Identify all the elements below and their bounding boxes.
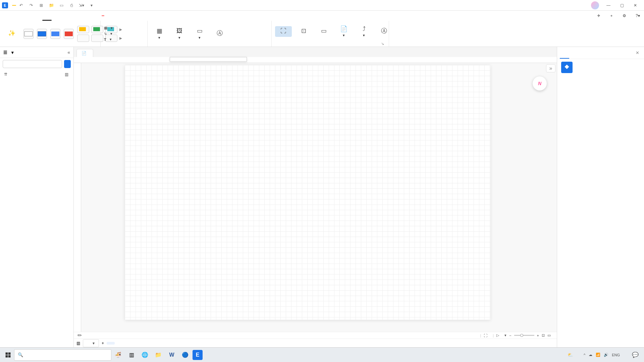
fullscreen-icon[interactable]: ⛶ [484, 334, 487, 338]
pro-badge [12, 5, 16, 6]
taskbar-search[interactable]: 🔍 [14, 349, 111, 361]
eyedropper-icon[interactable]: ✏ [76, 333, 83, 339]
edge-icon[interactable]: 🌐 [139, 349, 151, 361]
font-dropdown[interactable]: T ▾ [104, 37, 113, 42]
taskbar-app-1[interactable]: 🍜 [112, 349, 124, 361]
task-view-icon[interactable]: ▥ [125, 349, 138, 361]
wifi-icon[interactable]: 📶 [596, 353, 600, 357]
language-indicator[interactable]: ENG [612, 353, 620, 357]
publish-button[interactable]: ✈ [593, 11, 606, 21]
one-click-beautify-button[interactable]: ✨ [3, 28, 20, 39]
print-icon[interactable]: ⎙ [68, 2, 75, 9]
hamburger-icon[interactable]: ☰ [3, 50, 7, 55]
svg-rect-4 [79, 27, 86, 31]
shape-style-3[interactable] [50, 29, 60, 39]
bg-picture-button[interactable]: 🖼 ▾ [171, 26, 188, 41]
svg-rect-7 [6, 352, 8, 355]
fit-drawing-button[interactable]: ⊡ [295, 26, 312, 37]
close-button[interactable]: ✕ [629, 0, 642, 11]
word-icon[interactable]: W [166, 349, 178, 361]
page-setup-launcher-icon[interactable]: ↘ [381, 42, 384, 46]
page-tab-1[interactable] [107, 342, 115, 345]
fill-tab[interactable] [560, 47, 569, 59]
edrawmax-taskbar-icon[interactable]: E [193, 350, 203, 360]
minimize-button[interactable]: — [602, 0, 615, 11]
share-button[interactable]: ⚬ [606, 11, 619, 21]
open-icon[interactable]: 📁 [48, 2, 55, 9]
color-dropdown[interactable]: ▦ ▾ [104, 26, 113, 30]
onedrive-icon[interactable]: ☁ [589, 353, 592, 357]
start-button[interactable] [2, 349, 14, 361]
weather-widget[interactable]: ⛅ [564, 352, 580, 357]
search-button[interactable] [64, 60, 71, 68]
shape-style-5[interactable] [77, 26, 89, 33]
maximize-button[interactable]: ▢ [615, 0, 629, 11]
chrome-icon[interactable]: 🔵 [179, 349, 191, 361]
explorer-icon[interactable]: 📁 [152, 349, 164, 361]
volume-icon[interactable]: 🔊 [604, 353, 608, 357]
menu-insert[interactable] [27, 11, 40, 21]
zoom-out-icon[interactable]: − [509, 334, 511, 338]
menu-view[interactable] [54, 11, 67, 21]
ai-float-button[interactable]: N [533, 76, 547, 90]
tray-chevron-icon[interactable]: ^ [584, 353, 585, 357]
watermark-button[interactable]: Ⓐ [211, 28, 228, 39]
expand-right-panel-icon[interactable]: » [546, 64, 555, 72]
shape-style-4[interactable] [64, 29, 74, 39]
redo-icon[interactable]: ↷ [28, 2, 35, 9]
bg-color-button[interactable]: ▦ ▾ [151, 26, 168, 41]
orientation-button[interactable]: ▭ [315, 26, 332, 37]
avatar[interactable] [591, 1, 599, 9]
shape-style-1[interactable] [23, 29, 34, 39]
options-button[interactable]: ⚙ [619, 11, 632, 21]
svg-rect-0 [24, 32, 33, 36]
help-button[interactable]: ?▾ [632, 11, 644, 21]
fit-page-icon[interactable]: ⊡ [542, 333, 545, 338]
page[interactable] [125, 65, 490, 320]
library-label[interactable]: ⇈ [4, 72, 7, 77]
horizontal-ruler [74, 57, 557, 63]
save-icon[interactable]: ▭ [58, 2, 65, 9]
page-setup-label: ↘ [275, 41, 385, 46]
jump-style-button[interactable]: ⤴ ▾ [356, 24, 372, 39]
fill-bucket-icon[interactable] [561, 62, 573, 73]
beautify-group-label [3, 45, 97, 46]
shadow-tab[interactable] [579, 47, 588, 59]
collapse-sidebar-icon[interactable]: « [67, 50, 70, 55]
tooltip [170, 57, 247, 62]
search-input[interactable] [3, 60, 62, 68]
new-tab-icon[interactable]: ⊞ [38, 2, 45, 9]
document-tab[interactable]: 📄 [76, 49, 93, 57]
shape-style-2[interactable] [37, 29, 47, 39]
fit-width-icon[interactable]: ▭ [547, 333, 551, 338]
menu-design[interactable] [40, 11, 54, 21]
line-tab[interactable] [569, 47, 579, 59]
auto-size-button[interactable]: ⛶ [275, 26, 292, 37]
app-logo: E [2, 2, 8, 8]
manage-button[interactable]: ▥ [65, 72, 69, 77]
borders-headers-button[interactable]: ▭ ▾ [191, 26, 208, 41]
page-dropdown[interactable]: ▾ [83, 339, 99, 347]
more-icon[interactable]: ▾ [88, 2, 95, 9]
page-size-button[interactable]: 📄 ▾ [335, 24, 352, 39]
menu-ai[interactable] [94, 11, 111, 21]
add-page-icon[interactable]: + [102, 341, 104, 346]
menu-file[interactable] [0, 11, 13, 21]
svg-rect-1 [38, 32, 46, 36]
unit-button[interactable]: Ⓐ [376, 26, 392, 37]
notifications-icon[interactable]: 💬 [629, 349, 641, 361]
undo-icon[interactable]: ↶ [17, 2, 25, 9]
pages-panel-icon[interactable]: ▥ [76, 341, 80, 346]
background-group-label [151, 45, 268, 46]
export-icon[interactable]: ⇲▾ [78, 2, 85, 9]
connector-dropdown[interactable]: ↳ ▾ [104, 32, 113, 36]
close-panel-icon[interactable]: ✕ [634, 47, 641, 59]
shape-style-8[interactable] [77, 35, 89, 42]
play-icon[interactable]: ▷ [496, 333, 499, 338]
canvas[interactable]: N » [81, 63, 557, 332]
menu-home[interactable] [13, 11, 27, 21]
menu-advanced[interactable] [80, 11, 94, 21]
menu-symbols[interactable] [67, 11, 80, 21]
svg-rect-8 [8, 352, 11, 355]
zoom-in-icon[interactable]: + [537, 334, 539, 338]
